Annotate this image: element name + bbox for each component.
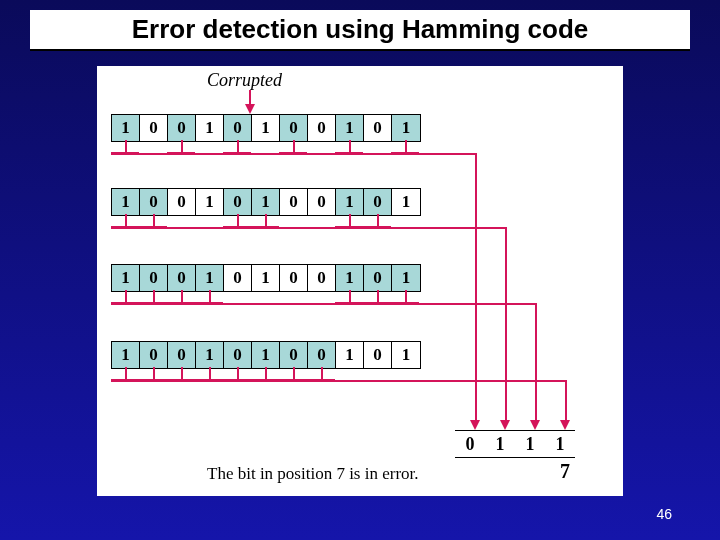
bit-cell: 1: [252, 342, 280, 368]
bit-cell: 1: [196, 189, 224, 215]
drop-connector: [307, 140, 335, 158]
page-number: 46: [656, 506, 672, 522]
vline-3: [535, 303, 537, 420]
drop-connector: [251, 367, 279, 385]
bit-cell: 0: [364, 342, 392, 368]
drop-connector: [167, 214, 195, 232]
drop-connector: [279, 214, 307, 232]
drop-connector: [307, 214, 335, 232]
bit-row-3: 10010100101: [111, 264, 421, 292]
bit-cell: 1: [336, 115, 364, 141]
bit-row-1: 10010100101: [111, 114, 421, 142]
drop-connector: [111, 214, 139, 232]
drop-connector: [223, 290, 251, 308]
drop-connector: [391, 290, 419, 308]
bit-cell: 0: [168, 342, 196, 368]
parity-drops-4: [111, 367, 419, 385]
bit-cell: 0: [280, 265, 308, 291]
arrowhead-icon-3: [530, 420, 540, 430]
bit-cell: 0: [140, 189, 168, 215]
drop-connector: [223, 140, 251, 158]
drop-connector: [279, 367, 307, 385]
drop-connector: [251, 140, 279, 158]
drop-connector: [195, 140, 223, 158]
bit-cell: 1: [196, 342, 224, 368]
syndrome-bit: 1: [545, 431, 575, 457]
drop-connector: [251, 214, 279, 232]
result-line-3: [111, 303, 535, 305]
drop-connector: [251, 290, 279, 308]
bit-cell: 1: [392, 189, 420, 215]
bit-row-4: 10010100101: [111, 341, 421, 369]
syndrome-row: 0 1 1 1: [455, 430, 575, 458]
drop-connector: [391, 367, 419, 385]
drop-connector: [111, 140, 139, 158]
bit-cell: 0: [224, 265, 252, 291]
bit-cell: 0: [140, 342, 168, 368]
bit-cell: 1: [112, 342, 140, 368]
bit-cell: 0: [224, 342, 252, 368]
drop-connector: [279, 290, 307, 308]
bit-cell: 0: [168, 115, 196, 141]
bit-cell: 1: [336, 342, 364, 368]
arrowhead-icon-1: [470, 420, 480, 430]
drop-connector: [279, 140, 307, 158]
bit-cell: 0: [280, 189, 308, 215]
drop-connector: [139, 214, 167, 232]
drop-connector: [167, 290, 195, 308]
arrowhead-icon-4: [560, 420, 570, 430]
bit-cell: 1: [392, 342, 420, 368]
svg-marker-1: [245, 104, 255, 114]
title-bar: Error detection using Hamming code: [30, 10, 690, 51]
result-line-1: [111, 153, 475, 155]
bit-cell: 0: [308, 189, 336, 215]
drop-connector: [139, 140, 167, 158]
bit-cell: 0: [308, 342, 336, 368]
hamming-diagram: Corrupted 10010100101 10010100101 100101…: [97, 66, 623, 496]
drop-connector: [335, 290, 363, 308]
drop-connector: [363, 367, 391, 385]
drop-connector: [391, 214, 419, 232]
drop-connector: [335, 214, 363, 232]
drop-connector: [363, 290, 391, 308]
bit-cell: 1: [196, 115, 224, 141]
drop-connector: [307, 290, 335, 308]
drop-connector: [139, 290, 167, 308]
drop-connector: [139, 367, 167, 385]
bit-cell: 1: [392, 265, 420, 291]
syndrome-bit: 0: [455, 431, 485, 457]
caption-text: The bit in position 7 is in error.: [207, 464, 419, 484]
bit-cell: 0: [308, 115, 336, 141]
drop-connector: [363, 214, 391, 232]
vline-4: [565, 380, 567, 420]
bit-cell: 0: [364, 115, 392, 141]
bit-cell: 0: [224, 189, 252, 215]
bit-cell: 0: [280, 342, 308, 368]
bit-cell: 1: [336, 189, 364, 215]
drop-connector: [167, 140, 195, 158]
drop-connector: [335, 140, 363, 158]
parity-drops-1: [111, 140, 419, 158]
bit-cell: 0: [140, 265, 168, 291]
bit-cell: 0: [140, 115, 168, 141]
drop-connector: [307, 367, 335, 385]
bit-cell: 0: [280, 115, 308, 141]
drop-connector: [111, 290, 139, 308]
parity-drops-2: [111, 214, 419, 232]
bit-cell: 0: [364, 265, 392, 291]
bit-cell: 1: [196, 265, 224, 291]
bit-cell: 1: [112, 189, 140, 215]
slide-title: Error detection using Hamming code: [50, 14, 670, 45]
bit-cell: 1: [392, 115, 420, 141]
error-position-value: 7: [560, 460, 570, 483]
bit-cell: 0: [168, 265, 196, 291]
drop-connector: [223, 367, 251, 385]
syndrome-bit: 1: [485, 431, 515, 457]
drop-connector: [195, 214, 223, 232]
bit-cell: 1: [252, 189, 280, 215]
corrupted-label: Corrupted: [207, 70, 282, 91]
parity-drops-3: [111, 290, 419, 308]
bit-row-2: 10010100101: [111, 188, 421, 216]
bit-cell: 0: [168, 189, 196, 215]
drop-connector: [195, 290, 223, 308]
